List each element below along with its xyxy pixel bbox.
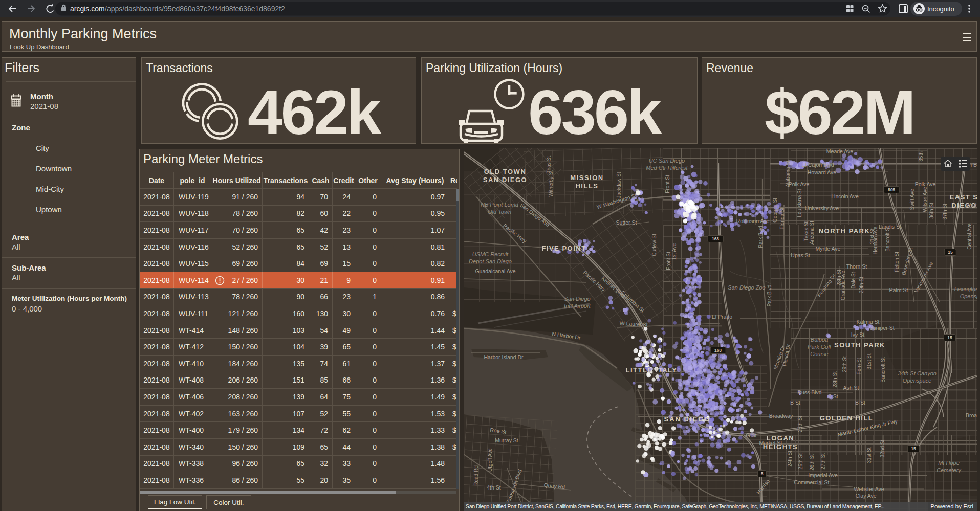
svg-text:Broad: Broad — [966, 412, 977, 418]
svg-text:Texas St: Texas St — [803, 221, 809, 241]
svg-text:Polk Ave: Polk Ave — [789, 181, 810, 187]
svg-text:32nd St: 32nd St — [880, 440, 885, 458]
svg-text:A St: A St — [828, 393, 838, 399]
svg-text:Central Ave: Central Ave — [967, 223, 972, 250]
svg-text:NORTH PARK: NORTH PARK — [819, 227, 870, 235]
svg-text:El Cajon Blvd: El Cajon Blvd — [801, 162, 834, 168]
svg-text:Utgoff Ave: Utgoff Ave — [487, 448, 493, 472]
svg-text:24th St: 24th St — [787, 451, 793, 467]
svg-text:B St: B St — [855, 399, 865, 406]
svg-text:Arizona St: Arizona St — [809, 221, 815, 245]
svg-text:Cemetery: Cemetery — [937, 467, 962, 473]
svg-text:27th St: 27th St — [820, 453, 826, 470]
svg-text:Powered by Esri: Powered by Esri — [930, 503, 973, 509]
svg-text:Harbor Island Dr: Harbor Island Dr — [484, 354, 524, 360]
svg-text:SAN DIEGO: SAN DIEGO — [664, 415, 711, 423]
svg-text:Market St: Market St — [759, 440, 782, 446]
svg-text:UC San Diego: UC San Diego — [649, 158, 685, 164]
svg-text:34th St Canyon: 34th St Canyon — [898, 370, 937, 376]
svg-text:Felton St: Felton St — [894, 252, 900, 272]
svg-text:EAST SA: EAST SA — [950, 193, 977, 201]
svg-text:El Prado: El Prado — [712, 314, 732, 320]
svg-text:15: 15 — [911, 446, 916, 451]
svg-text:Curlew St: Curlew St — [651, 234, 657, 256]
svg-text:Murray St: Murray St — [495, 437, 518, 443]
svg-text:Commercial St: Commercial St — [794, 479, 830, 485]
svg-text:G St: G St — [746, 432, 756, 438]
svg-text:Jackdaw St: Jackdaw St — [616, 172, 622, 198]
svg-text:805: 805 — [888, 187, 895, 192]
svg-text:28th St: 28th St — [832, 371, 838, 388]
svg-text:Mt Hope: Mt Hope — [938, 460, 960, 466]
svg-text:/apps/dashboards/95ed860a37c24: /apps/dashboards/95ed860a37c24f4d98fe636… — [105, 5, 285, 13]
svg-text:163: 163 — [712, 236, 719, 241]
svg-text:MISSION: MISSION — [570, 174, 603, 182]
svg-text:Sutter St: Sutter St — [616, 219, 637, 226]
svg-text:Course: Course — [810, 351, 828, 357]
svg-text:USMC Recruit: USMC Recruit — [472, 251, 509, 257]
svg-text:Med Ctr Hillcrest: Med Ctr Hillcrest — [646, 165, 688, 171]
svg-text:University Ave: University Ave — [805, 205, 839, 211]
svg-text:Incognito: Incognito — [927, 5, 954, 13]
svg-text:Depot San Diego: Depot San Diego — [469, 258, 512, 264]
svg-text:35th: 35th — [918, 151, 924, 161]
svg-text:Alabama St: Alabama St — [785, 161, 791, 187]
svg-text:Polk Ave: Polk Ave — [915, 181, 936, 187]
svg-text:FIVE POINT: FIVE POINT — [541, 245, 586, 252]
svg-text:Openspace: Openspace — [903, 377, 931, 384]
svg-text:San Diego: San Diego — [564, 296, 590, 302]
svg-text:Ivy St: Ivy St — [851, 331, 864, 338]
svg-text:15: 15 — [948, 250, 953, 255]
svg-text:Park Blvd: Park Blvd — [758, 226, 764, 248]
svg-text:Upas St: Upas St — [791, 252, 810, 258]
svg-text:Robinson Ave: Robinson Ave — [736, 218, 770, 224]
svg-text:LITTLE ITALY: LITTLE ITALY — [625, 366, 677, 374]
svg-text:Meade Ave: Meade Ave — [826, 148, 854, 154]
svg-text:Palm St: Palm St — [889, 287, 908, 293]
svg-text:29th St: 29th St — [842, 356, 847, 372]
svg-text:Balboa: Balboa — [811, 337, 828, 343]
svg-text:Howard Ave: Howard Ave — [808, 169, 837, 175]
svg-text:SAN DIEGO: SAN DIEGO — [483, 176, 527, 184]
svg-text:Clay Ave: Clay Ave — [855, 493, 876, 499]
svg-text:Imperial Ave: Imperial Ave — [808, 472, 838, 478]
svg-text:Witherby St: Witherby St — [548, 170, 554, 197]
svg-text:31st St: 31st St — [866, 353, 872, 369]
svg-text:Openspa: Openspa — [960, 293, 977, 299]
svg-text:163: 163 — [714, 348, 722, 353]
svg-text:Bancroft St: Bancroft St — [885, 226, 890, 252]
svg-text:Bancroft St: Bancroft St — [880, 357, 886, 383]
svg-text:Granada Ave: Granada Ave — [840, 270, 846, 300]
svg-text:NB Point Loma: NB Point Loma — [481, 202, 518, 208]
svg-text:Wight: Wight — [966, 202, 977, 208]
svg-text:Ash St: Ash St — [843, 385, 859, 391]
svg-text:Read Rd: Read Rd — [473, 465, 479, 485]
svg-text:30th St: 30th St — [859, 277, 864, 293]
svg-text:Lexington C: Lexington C — [954, 286, 977, 292]
svg-text:GOLDEN HILL: GOLDEN HILL — [820, 414, 874, 422]
svg-text:Louisiana St: Louisiana St — [797, 189, 802, 217]
svg-text:Park Golf: Park Golf — [808, 344, 832, 350]
svg-text:Georgia St: Georgia St — [772, 198, 778, 223]
svg-text:15: 15 — [947, 335, 952, 340]
svg-text:HILLS: HILLS — [575, 182, 598, 190]
svg-text:Juniper St: Juniper St — [870, 325, 894, 331]
svg-text:Russ Blvd: Russ Blvd — [797, 389, 821, 395]
svg-text:25th St: 25th St — [798, 453, 803, 470]
svg-text:San Diego Zoo: San Diego Zoo — [728, 284, 765, 291]
svg-text:San Diego Unified Port Distric: San Diego Unified Port District, SanGIS,… — [466, 503, 884, 509]
svg-text:25th St: 25th St — [797, 416, 803, 432]
svg-text:Thorn St: Thorn St — [846, 263, 867, 270]
svg-text:Webster Ave: Webster Ave — [854, 486, 884, 492]
svg-text:1st Ave: 1st Ave — [671, 243, 677, 260]
svg-text:SOUTH PARK: SOUTH PARK — [834, 341, 885, 349]
svg-text:36th St: 36th St — [929, 203, 934, 219]
svg-text:Guadalcanal Ave: Guadalcanal Ave — [475, 268, 515, 274]
svg-text:Fern St: Fern St — [856, 358, 862, 374]
svg-text:5: 5 — [761, 471, 764, 476]
svg-text:Swift Ave: Swift Ave — [909, 189, 915, 210]
svg-text:31st St: 31st St — [866, 447, 872, 463]
svg-text:Kalmia St: Kalmia St — [857, 319, 880, 325]
svg-text:Dale St: Dale St — [851, 272, 856, 288]
svg-text:OLD TOWN: OLD TOWN — [484, 168, 527, 175]
